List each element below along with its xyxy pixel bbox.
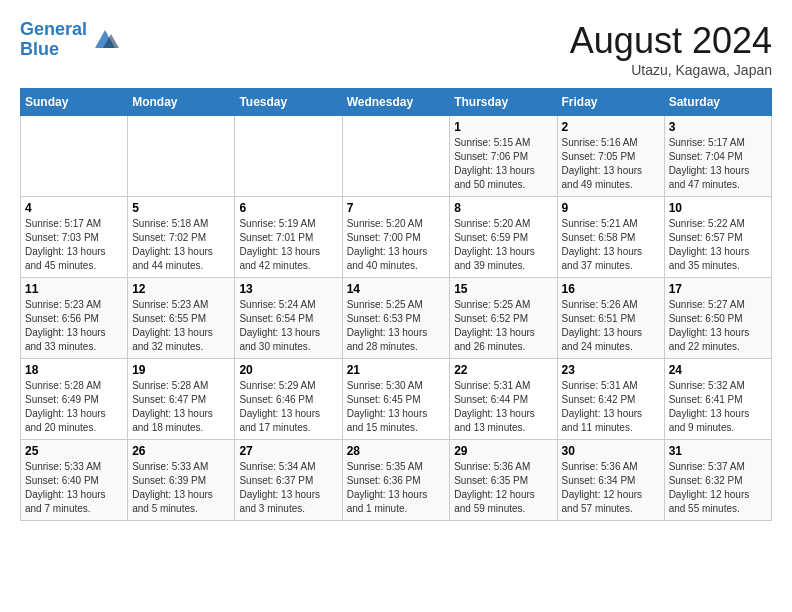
day-info: Sunrise: 5:33 AM Sunset: 6:39 PM Dayligh… xyxy=(132,460,230,516)
week-row-2: 4Sunrise: 5:17 AM Sunset: 7:03 PM Daylig… xyxy=(21,197,772,278)
day-info: Sunrise: 5:36 AM Sunset: 6:34 PM Dayligh… xyxy=(562,460,660,516)
day-info: Sunrise: 5:32 AM Sunset: 6:41 PM Dayligh… xyxy=(669,379,767,435)
day-info: Sunrise: 5:23 AM Sunset: 6:56 PM Dayligh… xyxy=(25,298,123,354)
calendar-cell xyxy=(21,116,128,197)
day-number: 15 xyxy=(454,282,552,296)
month-year: August 2024 xyxy=(570,20,772,62)
calendar-body: 1Sunrise: 5:15 AM Sunset: 7:06 PM Daylig… xyxy=(21,116,772,521)
calendar-cell: 30Sunrise: 5:36 AM Sunset: 6:34 PM Dayli… xyxy=(557,440,664,521)
day-number: 9 xyxy=(562,201,660,215)
day-info: Sunrise: 5:27 AM Sunset: 6:50 PM Dayligh… xyxy=(669,298,767,354)
calendar-table: SundayMondayTuesdayWednesdayThursdayFrid… xyxy=(20,88,772,521)
day-info: Sunrise: 5:16 AM Sunset: 7:05 PM Dayligh… xyxy=(562,136,660,192)
day-info: Sunrise: 5:37 AM Sunset: 6:32 PM Dayligh… xyxy=(669,460,767,516)
day-info: Sunrise: 5:33 AM Sunset: 6:40 PM Dayligh… xyxy=(25,460,123,516)
calendar-cell xyxy=(128,116,235,197)
title-block: August 2024 Utazu, Kagawa, Japan xyxy=(570,20,772,78)
day-info: Sunrise: 5:25 AM Sunset: 6:52 PM Dayligh… xyxy=(454,298,552,354)
calendar-cell: 4Sunrise: 5:17 AM Sunset: 7:03 PM Daylig… xyxy=(21,197,128,278)
day-info: Sunrise: 5:29 AM Sunset: 6:46 PM Dayligh… xyxy=(239,379,337,435)
day-number: 4 xyxy=(25,201,123,215)
day-number: 14 xyxy=(347,282,446,296)
day-info: Sunrise: 5:24 AM Sunset: 6:54 PM Dayligh… xyxy=(239,298,337,354)
weekday-header-monday: Monday xyxy=(128,89,235,116)
day-number: 24 xyxy=(669,363,767,377)
calendar-cell: 13Sunrise: 5:24 AM Sunset: 6:54 PM Dayli… xyxy=(235,278,342,359)
logo: General Blue xyxy=(20,20,119,60)
calendar-cell: 5Sunrise: 5:18 AM Sunset: 7:02 PM Daylig… xyxy=(128,197,235,278)
day-info: Sunrise: 5:28 AM Sunset: 6:49 PM Dayligh… xyxy=(25,379,123,435)
calendar-cell: 28Sunrise: 5:35 AM Sunset: 6:36 PM Dayli… xyxy=(342,440,450,521)
day-number: 31 xyxy=(669,444,767,458)
day-info: Sunrise: 5:19 AM Sunset: 7:01 PM Dayligh… xyxy=(239,217,337,273)
day-number: 20 xyxy=(239,363,337,377)
day-number: 17 xyxy=(669,282,767,296)
day-info: Sunrise: 5:15 AM Sunset: 7:06 PM Dayligh… xyxy=(454,136,552,192)
week-row-4: 18Sunrise: 5:28 AM Sunset: 6:49 PM Dayli… xyxy=(21,359,772,440)
day-number: 12 xyxy=(132,282,230,296)
calendar-cell xyxy=(342,116,450,197)
day-number: 19 xyxy=(132,363,230,377)
day-number: 21 xyxy=(347,363,446,377)
day-info: Sunrise: 5:25 AM Sunset: 6:53 PM Dayligh… xyxy=(347,298,446,354)
calendar-cell: 20Sunrise: 5:29 AM Sunset: 6:46 PM Dayli… xyxy=(235,359,342,440)
day-info: Sunrise: 5:36 AM Sunset: 6:35 PM Dayligh… xyxy=(454,460,552,516)
calendar-cell: 2Sunrise: 5:16 AM Sunset: 7:05 PM Daylig… xyxy=(557,116,664,197)
calendar-cell: 22Sunrise: 5:31 AM Sunset: 6:44 PM Dayli… xyxy=(450,359,557,440)
day-number: 8 xyxy=(454,201,552,215)
day-info: Sunrise: 5:21 AM Sunset: 6:58 PM Dayligh… xyxy=(562,217,660,273)
week-row-3: 11Sunrise: 5:23 AM Sunset: 6:56 PM Dayli… xyxy=(21,278,772,359)
day-number: 27 xyxy=(239,444,337,458)
calendar-cell: 19Sunrise: 5:28 AM Sunset: 6:47 PM Dayli… xyxy=(128,359,235,440)
day-info: Sunrise: 5:22 AM Sunset: 6:57 PM Dayligh… xyxy=(669,217,767,273)
calendar-cell: 9Sunrise: 5:21 AM Sunset: 6:58 PM Daylig… xyxy=(557,197,664,278)
day-number: 23 xyxy=(562,363,660,377)
day-info: Sunrise: 5:26 AM Sunset: 6:51 PM Dayligh… xyxy=(562,298,660,354)
calendar-cell: 15Sunrise: 5:25 AM Sunset: 6:52 PM Dayli… xyxy=(450,278,557,359)
day-number: 13 xyxy=(239,282,337,296)
day-info: Sunrise: 5:28 AM Sunset: 6:47 PM Dayligh… xyxy=(132,379,230,435)
day-info: Sunrise: 5:30 AM Sunset: 6:45 PM Dayligh… xyxy=(347,379,446,435)
calendar-cell xyxy=(235,116,342,197)
calendar-cell: 11Sunrise: 5:23 AM Sunset: 6:56 PM Dayli… xyxy=(21,278,128,359)
calendar-cell: 25Sunrise: 5:33 AM Sunset: 6:40 PM Dayli… xyxy=(21,440,128,521)
day-number: 29 xyxy=(454,444,552,458)
day-number: 28 xyxy=(347,444,446,458)
day-number: 26 xyxy=(132,444,230,458)
logo-text: General Blue xyxy=(20,20,87,60)
calendar-cell: 3Sunrise: 5:17 AM Sunset: 7:04 PM Daylig… xyxy=(664,116,771,197)
day-info: Sunrise: 5:31 AM Sunset: 6:44 PM Dayligh… xyxy=(454,379,552,435)
day-number: 25 xyxy=(25,444,123,458)
day-number: 18 xyxy=(25,363,123,377)
calendar-cell: 17Sunrise: 5:27 AM Sunset: 6:50 PM Dayli… xyxy=(664,278,771,359)
day-info: Sunrise: 5:34 AM Sunset: 6:37 PM Dayligh… xyxy=(239,460,337,516)
weekday-header-tuesday: Tuesday xyxy=(235,89,342,116)
weekday-header-thursday: Thursday xyxy=(450,89,557,116)
day-number: 3 xyxy=(669,120,767,134)
calendar-cell: 26Sunrise: 5:33 AM Sunset: 6:39 PM Dayli… xyxy=(128,440,235,521)
day-number: 16 xyxy=(562,282,660,296)
day-info: Sunrise: 5:31 AM Sunset: 6:42 PM Dayligh… xyxy=(562,379,660,435)
weekday-header-row: SundayMondayTuesdayWednesdayThursdayFrid… xyxy=(21,89,772,116)
calendar-cell: 7Sunrise: 5:20 AM Sunset: 7:00 PM Daylig… xyxy=(342,197,450,278)
calendar-cell: 27Sunrise: 5:34 AM Sunset: 6:37 PM Dayli… xyxy=(235,440,342,521)
day-number: 30 xyxy=(562,444,660,458)
day-number: 11 xyxy=(25,282,123,296)
calendar-cell: 12Sunrise: 5:23 AM Sunset: 6:55 PM Dayli… xyxy=(128,278,235,359)
day-info: Sunrise: 5:18 AM Sunset: 7:02 PM Dayligh… xyxy=(132,217,230,273)
week-row-1: 1Sunrise: 5:15 AM Sunset: 7:06 PM Daylig… xyxy=(21,116,772,197)
calendar-cell: 24Sunrise: 5:32 AM Sunset: 6:41 PM Dayli… xyxy=(664,359,771,440)
calendar-cell: 8Sunrise: 5:20 AM Sunset: 6:59 PM Daylig… xyxy=(450,197,557,278)
weekday-header-sunday: Sunday xyxy=(21,89,128,116)
page-header: General Blue August 2024 Utazu, Kagawa, … xyxy=(20,20,772,78)
day-number: 6 xyxy=(239,201,337,215)
logo-icon xyxy=(91,26,119,54)
calendar-cell: 29Sunrise: 5:36 AM Sunset: 6:35 PM Dayli… xyxy=(450,440,557,521)
location: Utazu, Kagawa, Japan xyxy=(570,62,772,78)
day-info: Sunrise: 5:17 AM Sunset: 7:03 PM Dayligh… xyxy=(25,217,123,273)
calendar-cell: 23Sunrise: 5:31 AM Sunset: 6:42 PM Dayli… xyxy=(557,359,664,440)
calendar-cell: 16Sunrise: 5:26 AM Sunset: 6:51 PM Dayli… xyxy=(557,278,664,359)
weekday-header-friday: Friday xyxy=(557,89,664,116)
calendar-cell: 1Sunrise: 5:15 AM Sunset: 7:06 PM Daylig… xyxy=(450,116,557,197)
day-info: Sunrise: 5:35 AM Sunset: 6:36 PM Dayligh… xyxy=(347,460,446,516)
